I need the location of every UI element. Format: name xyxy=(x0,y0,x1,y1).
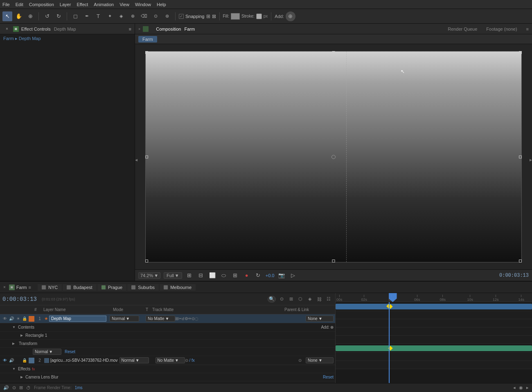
tl-tab-budapest[interactable]: Budapest xyxy=(63,284,96,291)
rect1-expand-icon[interactable]: ▶ xyxy=(20,334,23,337)
menu-edit[interactable]: Edit xyxy=(16,2,23,7)
3d-btn[interactable]: ⊞ xyxy=(231,271,239,280)
layer-2-color[interactable] xyxy=(29,358,34,363)
sublayer-mode-dropdown[interactable]: Normal ▼ xyxy=(33,349,61,355)
tl-menu-icon[interactable]: ≡ xyxy=(29,285,31,290)
effect-controls-tab[interactable]: Effect Controls xyxy=(21,27,51,31)
layer-1-parent-dropdown[interactable]: None ▼ xyxy=(306,316,334,322)
table-row[interactable]: 👁 🔊 🔒 2 [agricu...rci-SBV-347338762-HD.m… xyxy=(0,356,335,365)
hand-tool-btn[interactable]: ✋ xyxy=(14,11,24,21)
statusbar-icon-next-frame[interactable]: ▸ xyxy=(526,385,529,390)
tl-track-2[interactable] xyxy=(336,344,532,353)
mask-btn[interactable]: ⬭ xyxy=(220,271,228,280)
footage-tab[interactable]: Footage (none) xyxy=(483,26,520,32)
canvas-container[interactable]: ↖ ◂ ▸ xyxy=(135,44,532,269)
grid-icon-btn[interactable]: ⊞ xyxy=(185,271,194,280)
type-tool-btn[interactable]: T xyxy=(93,11,103,21)
menu-effect[interactable]: Effect xyxy=(77,2,88,7)
menu-composition[interactable]: Composition xyxy=(29,2,54,7)
layer-1-solo[interactable]: ☀ xyxy=(15,316,21,321)
panel-close-x[interactable]: × xyxy=(6,27,8,31)
render-queue-tab[interactable]: Render Queue xyxy=(444,26,480,32)
layer-2-lock[interactable]: 🔒 xyxy=(21,358,28,363)
menu-animation[interactable]: Animation xyxy=(94,2,114,7)
clone-tool-btn[interactable]: ⊕ xyxy=(128,11,138,21)
tl-tab-nyc[interactable]: NYC xyxy=(38,284,62,291)
statusbar-icon-clock[interactable]: ⏱ xyxy=(26,385,31,390)
eraser-tool-btn[interactable]: ⌫ xyxy=(139,11,149,21)
fill-color-box[interactable] xyxy=(231,13,240,20)
border-btn[interactable]: ⬜ xyxy=(208,271,216,280)
undo-btn[interactable]: ↺ xyxy=(42,11,52,21)
quality-control[interactable]: Full ▼ xyxy=(164,272,182,279)
layer-2-parent-dropdown[interactable]: None ▼ xyxy=(306,357,334,363)
menu-view[interactable]: View xyxy=(119,2,129,7)
rect-tool-btn[interactable]: ◻ xyxy=(70,11,80,21)
left-panel-close[interactable]: × xyxy=(3,26,11,32)
clb-expand-icon[interactable]: ▶ xyxy=(20,375,23,379)
roto-tool-btn[interactable]: ⊙ xyxy=(151,11,160,21)
selection-tool-btn[interactable]: ↖ xyxy=(2,11,12,21)
comp-panel-menu[interactable]: ≡ xyxy=(526,27,529,31)
fill-tool-btn[interactable]: ◈ xyxy=(116,11,126,21)
menu-help[interactable]: Help xyxy=(157,2,166,7)
layer-1-lock[interactable]: 🔒 xyxy=(21,316,28,321)
menu-window[interactable]: Window xyxy=(135,2,151,7)
table-row[interactable]: 👁 🔊 ☀ 🔒 1 ★ Normal ▼ No Matte ▼ xyxy=(0,314,335,323)
camera-btn[interactable]: 📷 xyxy=(277,271,286,280)
handle-tl[interactable] xyxy=(145,51,148,54)
statusbar-icon-prev-frame[interactable]: ◂ xyxy=(513,385,516,390)
clb-reset-btn[interactable]: Reset xyxy=(323,375,334,379)
layer-2-audio[interactable]: 🔊 xyxy=(8,358,15,363)
menu-file[interactable]: File xyxy=(2,2,10,7)
zoom-control[interactable]: 74.2% ▼ xyxy=(138,272,160,279)
snapping-checkbox[interactable]: ✓ xyxy=(179,14,184,19)
tl-motion-path-btn[interactable]: ⊙ xyxy=(277,296,286,303)
puppet-tool-btn[interactable]: ⊛ xyxy=(162,11,172,21)
layer-2-visibility[interactable]: 👁 xyxy=(2,358,8,363)
layer-2-mode-dropdown[interactable]: Normal ▼ xyxy=(119,357,149,363)
farm-view-tab[interactable]: Farm xyxy=(138,36,157,43)
tl-timecode[interactable]: 0:00:03:13 xyxy=(2,296,37,302)
redo-btn[interactable]: ↻ xyxy=(54,11,63,21)
center-handle[interactable] xyxy=(331,155,336,159)
statusbar-icon-marker[interactable]: ◉ xyxy=(519,385,523,390)
handle-tm[interactable] xyxy=(332,51,335,54)
stroke-color-box[interactable] xyxy=(256,13,262,19)
tl-close-btn[interactable]: × xyxy=(3,285,6,289)
transparency-btn[interactable]: ⊟ xyxy=(197,271,205,280)
statusbar-icon-ram[interactable]: ⊙ xyxy=(12,385,16,390)
anchor-tool-btn[interactable]: ✦ xyxy=(105,11,115,21)
pen-tool-btn[interactable]: ✒ xyxy=(82,11,92,21)
tl-keyframe-btn[interactable]: ◈ xyxy=(306,296,314,303)
tl-camera-btn[interactable]: ⬡ xyxy=(296,296,304,303)
tl-link-btn[interactable]: ⛓ xyxy=(315,296,323,303)
statusbar-icon-layers[interactable]: ⊞ xyxy=(19,385,23,390)
menu-layer[interactable]: Layer xyxy=(60,2,71,7)
handle-tr[interactable] xyxy=(519,51,522,54)
layer-2-fx-edit[interactable]: / fx xyxy=(189,358,195,363)
statusbar-icon-speaker[interactable]: 🔊 xyxy=(3,385,9,390)
tl-tab-prague[interactable]: Prague xyxy=(97,284,126,291)
preview-btn[interactable]: ▷ xyxy=(289,271,297,280)
comp-close-btn[interactable]: × xyxy=(138,27,140,31)
handle-bm[interactable] xyxy=(332,260,335,262)
layer-1-color[interactable] xyxy=(29,316,34,322)
color-btn[interactable]: ● xyxy=(243,271,251,280)
contents-add-btn[interactable]: Add: ⊕ xyxy=(321,325,334,329)
tl-tab-suburbs[interactable]: Suburbs xyxy=(127,284,159,291)
contents-expand-icon[interactable]: ▼ xyxy=(12,325,16,329)
handle-br[interactable] xyxy=(519,260,522,262)
composition-tab[interactable]: Composition Farm xyxy=(153,25,198,33)
layer-1-reset-btn[interactable]: Reset xyxy=(65,349,75,354)
transform-expand-icon[interactable]: ▶ xyxy=(12,342,15,345)
handle-mr[interactable] xyxy=(519,155,522,158)
layer-1-matte-dropdown[interactable]: No Matte ▼ xyxy=(146,316,175,322)
handle-bl[interactable] xyxy=(145,260,148,262)
panel-menu-icon[interactable]: ≡ xyxy=(129,27,131,31)
zoom-tool-btn[interactable]: ⊕ xyxy=(25,11,35,21)
handle-ml[interactable] xyxy=(145,155,148,158)
layer-1-name-input[interactable] xyxy=(49,316,106,322)
tl-tab-melbourne[interactable]: Melbourne xyxy=(160,284,196,291)
layer-1-visibility[interactable]: 👁 xyxy=(2,316,8,321)
